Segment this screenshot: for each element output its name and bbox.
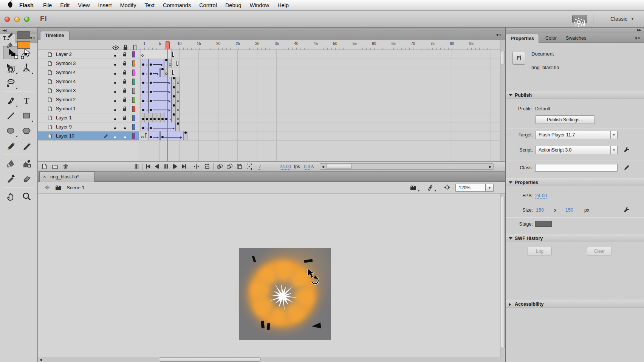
edit-multiple-frames-button[interactable] <box>236 163 243 170</box>
rectangle-tool[interactable] <box>19 109 34 122</box>
swf-clear-button[interactable]: Clear <box>587 247 612 255</box>
menu-flash[interactable]: Flash <box>15 2 39 8</box>
span-end-marker[interactable] <box>172 50 175 59</box>
empty-keyframe[interactable] <box>141 131 144 140</box>
snap-magnet-icon[interactable] <box>6 64 15 73</box>
onion-skin-outlines-button[interactable] <box>226 163 234 170</box>
fill-color-swatch[interactable] <box>17 41 30 49</box>
paint-bucket-tool[interactable] <box>3 157 18 170</box>
layer-lock-toggle[interactable] <box>122 115 128 121</box>
layer-row-symbol-3[interactable]: Symbol 3 <box>38 86 139 95</box>
onion-skin-button[interactable] <box>216 163 224 170</box>
layer-row-symbol-2[interactable]: Symbol 2 <box>38 95 139 104</box>
menu-commands[interactable]: Commands <box>159 2 195 8</box>
center-stage-button[interactable] <box>443 184 451 193</box>
scroll-right-icon[interactable]: ▶ <box>489 165 492 169</box>
properties-section-header[interactable]: Properties <box>506 178 644 186</box>
workspace-switcher-button[interactable] <box>572 15 587 23</box>
layer-frames-row[interactable]: › <box>139 59 500 68</box>
scrollbar-thumb[interactable] <box>501 196 505 348</box>
layer-row-layer-2[interactable]: Layer 2 <box>38 50 139 59</box>
layer-visibility-toggle[interactable] <box>112 115 118 121</box>
panel-menu-icon[interactable]: ▼≡ <box>634 36 640 40</box>
tween-span[interactable] <box>149 77 172 86</box>
layer-row-layer-1[interactable]: Layer 1 <box>38 113 139 122</box>
hand-tool[interactable] <box>3 190 18 203</box>
tween-span[interactable]: › <box>141 104 149 113</box>
pause-button[interactable] <box>163 163 170 170</box>
menu-debug[interactable]: Debug <box>221 2 246 8</box>
layer-row-symbol-1[interactable]: Symbol 1 <box>38 104 139 113</box>
tween-span[interactable] <box>160 131 184 140</box>
workspace-dropdown[interactable]: Classic <box>610 16 627 22</box>
stage-height-value[interactable]: 150 <box>565 207 573 213</box>
timeline-panel-menu-icon[interactable]: ▼≡ <box>495 33 502 37</box>
frames-grid[interactable]: ›››››››› <box>139 50 500 161</box>
smooth-option-icon[interactable]: S <box>21 64 30 73</box>
tween-span[interactable] <box>149 95 172 104</box>
eyedropper-tool[interactable] <box>3 172 18 186</box>
playhead-marker[interactable] <box>166 41 170 49</box>
class-edit-pencil-icon[interactable] <box>623 164 630 171</box>
layer-frames-row[interactable]: › <box>139 95 500 104</box>
stage[interactable] <box>239 248 331 340</box>
layer-frames-row[interactable]: › <box>139 68 500 77</box>
stage-pasteboard[interactable] <box>38 193 505 357</box>
layer-outline-color-swatch[interactable] <box>132 106 135 112</box>
show-hide-all-layers-icon[interactable] <box>112 42 119 50</box>
empty-keyframe[interactable] <box>176 86 180 95</box>
scrollbar-thumb[interactable] <box>326 164 352 169</box>
layer-visibility-toggle[interactable] <box>112 79 118 85</box>
layer-visibility-toggle[interactable] <box>112 88 118 94</box>
eraser-tool[interactable] <box>19 172 34 186</box>
menu-modify[interactable]: Modify <box>116 2 141 8</box>
step-forward-button[interactable] <box>172 163 179 170</box>
layer-outline-color-swatch[interactable] <box>132 97 135 103</box>
tween-span[interactable] <box>149 59 164 68</box>
keyframe[interactable] <box>172 86 175 95</box>
go-to-last-frame-button[interactable] <box>181 163 188 170</box>
span-end-marker[interactable] <box>172 68 175 77</box>
section-collapse-icon[interactable] <box>509 237 512 240</box>
center-playhead-icon[interactable] <box>133 163 141 170</box>
tween-span[interactable]: › <box>141 95 149 104</box>
layer-outline-color-swatch[interactable] <box>132 133 135 139</box>
polystar-tool[interactable] <box>19 124 34 138</box>
menu-control[interactable]: Control <box>195 2 221 8</box>
layer-visibility-toggle[interactable] <box>112 133 118 139</box>
stage-width-value[interactable]: 150 <box>536 207 544 213</box>
script-dropdown[interactable]: ActionScript 3.0 ▼ <box>535 146 618 154</box>
empty-keyframe[interactable] <box>176 113 180 122</box>
tab-properties[interactable]: Properties <box>506 34 539 43</box>
span-end-marker[interactable] <box>176 59 180 68</box>
tween-span[interactable]: › <box>141 59 149 68</box>
zoom-tool[interactable] <box>19 190 34 203</box>
stroke-color-swatch[interactable] <box>17 31 30 39</box>
tween-span[interactable]: › <box>141 77 149 86</box>
layer-lock-toggle[interactable] <box>122 60 128 67</box>
step-back-button[interactable] <box>153 163 161 170</box>
scroll-left-icon[interactable]: ◀ <box>322 165 324 169</box>
layer-visibility-toggle[interactable] <box>112 51 118 57</box>
menu-window[interactable]: Window <box>246 2 274 8</box>
tween-span[interactable] <box>149 104 172 113</box>
layer-row-layer-9[interactable]: Layer 9 <box>38 122 139 131</box>
timeline-horizontal-scrollbar[interactable]: ◀ ▶ <box>320 163 494 170</box>
layer-lock-toggle[interactable] <box>122 133 128 139</box>
workspace-dropdown-arrow-icon[interactable]: ▼ <box>631 17 634 21</box>
layer-lock-toggle[interactable] <box>122 97 128 103</box>
pencil-tool[interactable] <box>3 139 18 153</box>
layer-outline-color-swatch[interactable] <box>132 70 135 76</box>
empty-keyframe[interactable] <box>176 104 180 113</box>
layer-row-symbol-3[interactable]: Symbol 3 <box>38 59 139 68</box>
modify-markers-button[interactable] <box>246 163 253 170</box>
close-window-button[interactable] <box>5 17 10 22</box>
edit-symbols-arrow-icon[interactable]: ▼ <box>434 189 437 192</box>
new-layer-button[interactable] <box>41 163 48 170</box>
go-to-first-frame-button[interactable] <box>144 163 152 170</box>
keyframe[interactable] <box>160 68 164 77</box>
line-tool[interactable] <box>3 109 18 122</box>
straighten-option-icon[interactable] <box>7 76 16 85</box>
layer-lock-toggle[interactable] <box>122 79 128 85</box>
edit-scene-arrow-icon[interactable]: ▼ <box>417 189 420 192</box>
